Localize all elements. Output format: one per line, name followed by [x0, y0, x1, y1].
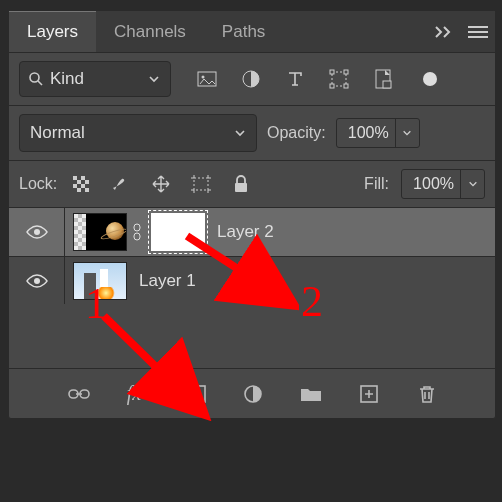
svg-point-3 [202, 76, 205, 79]
visibility-toggle[interactable] [9, 208, 65, 256]
svg-rect-18 [81, 184, 85, 188]
new-adjustment-layer-icon[interactable] [239, 380, 267, 408]
svg-rect-22 [235, 183, 247, 192]
svg-rect-6 [330, 70, 334, 74]
panel-menu-icon[interactable] [461, 11, 495, 52]
chevron-down-icon [460, 170, 484, 198]
layer-mask-thumbnail[interactable] [151, 213, 205, 251]
fill-label: Fill: [364, 175, 389, 193]
opacity-input[interactable]: 100% [336, 118, 420, 148]
mask-link-icon[interactable] [127, 223, 147, 241]
collapse-icon[interactable] [427, 11, 461, 52]
lock-label: Lock: [19, 175, 57, 193]
svg-rect-13 [73, 176, 77, 180]
filter-toggle[interactable] [423, 72, 437, 86]
svg-point-0 [30, 73, 39, 82]
tab-paths[interactable]: Paths [204, 11, 283, 52]
svg-rect-17 [73, 184, 77, 188]
opacity-value: 100% [337, 124, 395, 142]
search-icon [28, 71, 44, 87]
layer-row[interactable]: Layer 2 [9, 208, 495, 256]
layer-thumbnail[interactable] [73, 213, 127, 251]
filter-shape-icon[interactable] [327, 67, 351, 91]
layer-row[interactable]: Layer 1 [9, 256, 495, 304]
delete-layer-icon[interactable] [413, 380, 441, 408]
filter-smartobject-icon[interactable] [371, 67, 395, 91]
layer-fx-icon[interactable]: fx▾ [123, 380, 151, 408]
chevron-down-icon [148, 73, 160, 85]
svg-rect-8 [330, 84, 334, 88]
svg-rect-15 [77, 180, 81, 184]
layer-name[interactable]: Layer 1 [139, 271, 196, 291]
filter-adjustment-icon[interactable] [239, 67, 263, 91]
filter-type-icon[interactable] [283, 67, 307, 91]
svg-rect-7 [344, 70, 348, 74]
svg-rect-19 [77, 188, 81, 192]
blend-mode-dropdown[interactable]: Normal [19, 114, 257, 152]
layer-thumbnail[interactable] [73, 262, 127, 300]
svg-rect-16 [85, 180, 89, 184]
blend-mode-value: Normal [30, 123, 85, 143]
chevron-down-icon [234, 127, 246, 139]
opacity-label: Opacity: [267, 124, 326, 142]
eye-icon [26, 273, 48, 289]
panel-tabs: Layers Channels Paths [9, 11, 495, 53]
svg-rect-11 [383, 81, 391, 88]
link-layers-icon[interactable] [65, 380, 93, 408]
filter-pixel-icon[interactable] [195, 67, 219, 91]
svg-rect-14 [81, 176, 85, 180]
fill-input[interactable]: 100% [401, 169, 485, 199]
filter-kind-dropdown[interactable]: Kind [19, 61, 171, 97]
svg-point-26 [34, 278, 40, 284]
visibility-toggle[interactable] [9, 257, 65, 304]
lock-pixels-icon[interactable] [109, 172, 133, 196]
tab-channels[interactable]: Channels [96, 11, 204, 52]
svg-point-23 [34, 229, 40, 235]
svg-point-33 [190, 389, 200, 399]
lock-all-icon[interactable] [229, 172, 253, 196]
lock-artboard-icon[interactable] [189, 172, 213, 196]
eye-icon [26, 224, 48, 240]
lock-position-icon[interactable] [149, 172, 173, 196]
chevron-down-icon [395, 119, 419, 147]
add-mask-icon[interactable] [181, 380, 209, 408]
tab-layers[interactable]: Layers [9, 11, 96, 52]
new-layer-icon[interactable] [355, 380, 383, 408]
svg-rect-21 [194, 178, 208, 190]
svg-rect-9 [344, 84, 348, 88]
filter-kind-label: Kind [50, 69, 84, 89]
svg-rect-24 [134, 224, 140, 231]
fill-value: 100% [402, 175, 460, 193]
svg-line-1 [38, 81, 42, 85]
svg-rect-25 [134, 233, 140, 240]
new-group-icon[interactable] [297, 380, 325, 408]
layer-name[interactable]: Layer 2 [217, 222, 274, 242]
svg-rect-20 [85, 188, 89, 192]
lock-transparency-icon[interactable] [69, 172, 93, 196]
